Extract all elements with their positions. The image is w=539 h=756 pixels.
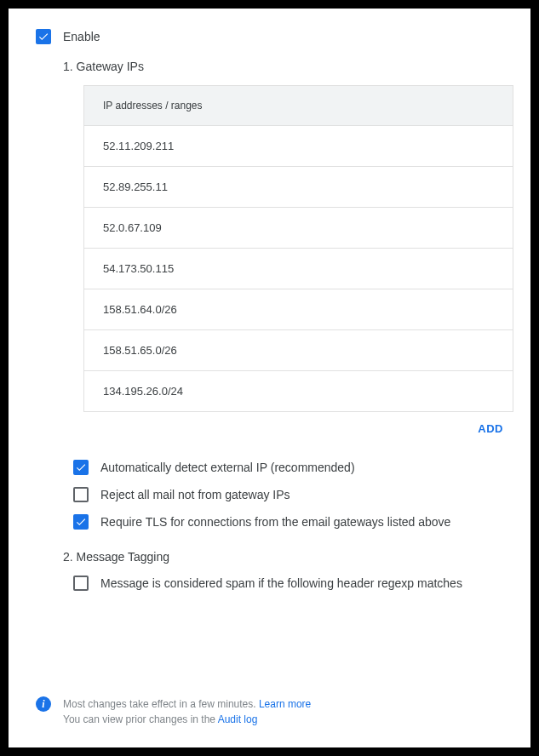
table-row[interactable]: 52.89.255.11 [84,166,513,207]
check-icon [75,461,87,473]
table-row[interactable]: 52.0.67.109 [84,207,513,248]
table-row[interactable]: 54.173.50.115 [84,248,513,289]
enable-row: Enable [36,29,503,44]
option-spam-regexp: Message is considered spam if the follow… [73,576,503,591]
option-auto-detect: Automatically detect external IP (recomm… [73,460,503,475]
enable-label: Enable [63,30,100,43]
table-row[interactable]: 158.51.65.0/26 [84,329,513,370]
reject-mail-checkbox[interactable] [73,487,89,502]
footer-line1: Most changes take effect in a few minute… [63,698,259,710]
option-label: Automatically detect external IP (recomm… [100,461,355,474]
check-icon [75,516,87,528]
option-reject-mail: Reject all mail not from gateway IPs [73,487,503,502]
section1-heading: 1. Gateway IPs [63,60,503,73]
learn-more-link[interactable]: Learn more [259,698,311,710]
option-require-tls: Require TLS for connections from the ema… [73,514,503,530]
footer-line2: You can view prior changes in the [63,713,218,725]
auto-detect-checkbox[interactable] [73,460,89,475]
require-tls-checkbox[interactable] [73,514,89,530]
ip-table: IP addresses / ranges 52.11.209.211 52.8… [83,85,513,412]
settings-panel: Enable 1. Gateway IPs IP addresses / ran… [9,9,530,747]
option-label: Require TLS for connections from the ema… [100,515,450,529]
section2-heading: 2. Message Tagging [63,550,503,564]
audit-log-link[interactable]: Audit log [218,713,258,725]
table-row[interactable]: 158.51.64.0/26 [84,289,513,329]
check-icon [37,31,49,43]
enable-checkbox[interactable] [36,29,51,44]
option-label: Reject all mail not from gateway IPs [100,488,290,501]
spam-regexp-checkbox[interactable] [73,576,89,591]
ip-table-header: IP addresses / ranges [84,86,513,125]
add-row: ADD [83,421,503,436]
add-button[interactable]: ADD [478,422,503,435]
table-row[interactable]: 134.195.26.0/24 [84,370,513,411]
info-icon: i [36,696,51,712]
table-row[interactable]: 52.11.209.211 [84,125,513,166]
section-gateway-ips: 1. Gateway IPs IP addresses / ranges 52.… [63,60,503,603]
footer-text: Most changes take effect in a few minute… [63,696,311,727]
footer: i Most changes take effect in a few minu… [36,679,503,727]
option-label: Message is considered spam if the follow… [100,576,462,590]
